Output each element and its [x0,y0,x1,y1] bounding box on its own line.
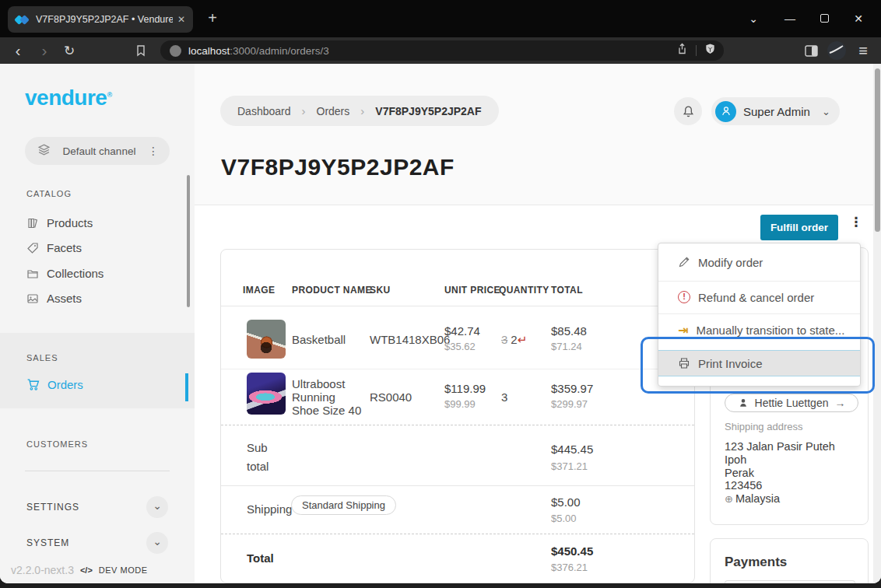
breadcrumb: Dashboard › Orders › V7F8PJ9Y5P2JP2AF [220,96,499,126]
browser-toolbar: ‹ › ↻ localhost:3000/admin/orders/3 [0,37,881,64]
screen: V7F8PJ9Y5P2JP2AF • Vendure ✕ + ⌄ — ✕ ‹ ›… [0,0,881,588]
folder-icon [26,268,39,280]
product-name[interactable]: Ultraboost Running Shoe Size 40 [292,377,363,417]
col-header-image: IMAGE [243,285,275,296]
shipping-value: $5.00 [551,495,581,509]
summary-divider [221,534,694,534]
channel-label: Default channel [51,145,148,157]
forward-button[interactable]: › [33,37,56,64]
tab-search-icon[interactable]: ⌄ [736,12,770,25]
sidebar-item-products[interactable]: Products [26,216,93,229]
url-path: :3000/admin/orders/3 [230,45,329,57]
unit-price-net: $99.99 [444,398,476,410]
total-label: Total [247,551,274,565]
quantity: 32↵ [501,333,527,347]
toolbar-divider [696,45,697,56]
line-total: $359.97 [551,382,593,395]
row-divider [221,369,694,369]
shipping-address-label: Shipping address [725,421,802,432]
quantity-modified-icon: ↵ [518,333,528,346]
page-scrollbar-thumb[interactable] [875,68,880,232]
sidebar-item-assets[interactable]: Assets [26,292,82,305]
customer-name: Hettie Luettgen [755,397,829,409]
product-name[interactable]: Basketball [292,333,346,346]
close-window-button[interactable]: ✕ [841,12,876,25]
dev-mode-label: DEV MODE [99,565,148,575]
split-view-icon[interactable] [800,37,822,64]
pencil-icon [678,256,690,268]
sidebar-item-facets[interactable]: Facets [26,241,82,254]
unit-price: $119.99 [444,382,486,395]
sidebar-item-collections[interactable]: Collections [26,267,104,280]
nav-section-sales: SALES [26,353,58,362]
user-chevron-icon: ⌄ [822,106,830,117]
profile-avatar[interactable] [825,37,848,64]
active-nav-indicator [185,373,188,401]
sidebar-item-orders[interactable]: Orders [26,378,83,391]
col-header-sku: SKU [370,285,391,296]
unit-price: $42.74 [444,324,480,338]
menu-item-refund-cancel[interactable]: ! Refund & cancel order [658,281,860,313]
code-icon: </> [80,565,93,575]
back-button[interactable]: ‹ [6,37,30,64]
payments-title: Payments [725,555,787,570]
browser-menu-icon[interactable]: ≡ [851,37,875,64]
order-actions-menu-button[interactable]: ⋮ [848,217,864,227]
address-line: Ipoh [725,453,746,466]
channel-switcher[interactable]: Default channel ⋮ [25,137,170,165]
breadcrumb-dashboard[interactable]: Dashboard [237,105,291,117]
payments-card: Payments [710,538,869,583]
settings-expand-button[interactable]: ⌄ [146,496,168,518]
minimize-button[interactable]: — [773,12,807,25]
breadcrumb-current: V7F8PJ9Y5P2JP2AF [375,105,481,117]
customer-link-button[interactable]: Hettie Luettgen → [725,394,858,412]
alert-icon: ! [678,291,690,303]
menu-item-modify-order[interactable]: Modify order [658,246,860,278]
address-line: 123456 [725,479,762,492]
tab-title: V7F8PJ9Y5P2JP2AF • Vendure [36,14,173,25]
row-divider [221,485,694,486]
transition-icon: ⇥ [678,323,688,338]
browser-tab[interactable]: V7F8PJ9Y5P2JP2AF • Vendure ✕ [8,6,193,33]
bookmark-icon[interactable] [129,37,153,64]
channel-menu-icon[interactable]: ⋮ [148,145,159,157]
sidebar-scrollbar[interactable] [187,175,190,307]
maximize-button[interactable] [807,12,841,25]
shipping-net: $5.00 [551,513,577,524]
product-sku: WTB1418XB06 [370,333,450,346]
user-menu[interactable]: Super Admin ⌄ [711,97,840,125]
nav-section-catalog: CATALOG [26,189,72,198]
quantity: 3 [501,390,507,404]
fulfill-order-button[interactable]: Fulfill order [760,215,838,240]
system-expand-button[interactable]: ⌄ [146,532,168,554]
address-bar[interactable]: localhost:3000/admin/orders/3 [160,40,724,61]
vendure-admin-app: vendure® Default channel ⋮ CATALOG Produ… [0,64,881,583]
product-sku: RS0040 [370,390,412,404]
breadcrumb-orders[interactable]: Orders [317,105,350,117]
reload-button[interactable]: ↻ [58,37,81,64]
product-image-shoe[interactable] [247,373,286,415]
image-icon [26,292,39,305]
person-icon [738,397,749,408]
user-name: Super Admin [743,105,815,118]
breadcrumb-sep-icon: › [302,104,306,117]
url-host: localhost [188,45,230,57]
share-icon[interactable] [676,43,688,58]
browser-tabbar: V7F8PJ9Y5P2JP2AF • Vendure ✕ + ⌄ — ✕ [0,0,881,37]
new-tab-button[interactable]: + [202,9,223,29]
brave-shield-icon[interactable] [704,43,716,58]
product-image-basketball[interactable] [247,320,286,359]
sales-section-highlight [0,333,195,408]
table-header-divider [221,306,694,306]
notifications-button[interactable] [674,97,702,125]
site-info-icon[interactable] [170,45,181,57]
tab-close-icon[interactable]: ✕ [177,14,185,25]
subtotal-label: Sub total [247,439,281,476]
shipping-label: Shipping [247,502,292,516]
tag-icon [26,242,39,254]
col-header-total: TOTAL [551,285,583,296]
order-lines-card: IMAGE PRODUCT NAME SKU UNIT PRICE QUANTI… [220,249,695,583]
page-title: V7F8PJ9Y5P2JP2AF [221,154,455,180]
nav-section-customers: CUSTOMERS [26,439,88,449]
sidebar: vendure® Default channel ⋮ CATALOG Produ… [0,64,195,583]
